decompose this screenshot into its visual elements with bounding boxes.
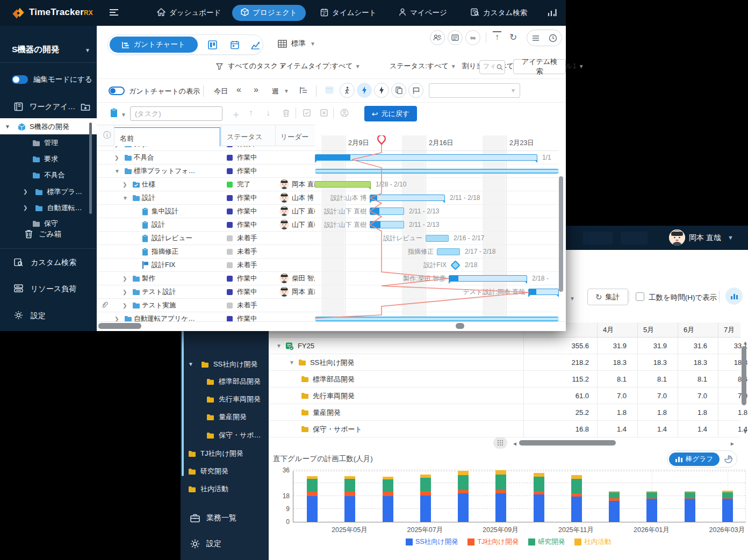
- assignee-icon[interactable]: [340, 109, 349, 117]
- link-button[interactable]: ∞: [465, 30, 480, 45]
- task-bar[interactable]: [528, 289, 559, 295]
- sidebar-item-0[interactable]: カスタム検索: [0, 255, 97, 271]
- copy-schedule-button[interactable]: [391, 83, 406, 98]
- resource-tree-item-1[interactable]: 標準部品開発: [206, 375, 261, 389]
- gantt-horizontal-scrollbar[interactable]: [456, 323, 464, 329]
- clock-icon[interactable]: [549, 34, 557, 42]
- undo-button[interactable]: ↩元に戻す: [364, 106, 417, 121]
- progress-line-button[interactable]: [357, 83, 372, 98]
- chevron-right-icon[interactable]: ❯: [114, 146, 119, 147]
- gantt-row[interactable]: 設計:山下 直樹2/11 - 2/13: [315, 205, 559, 218]
- list-menu-icon[interactable]: [532, 35, 540, 41]
- gantt-row[interactable]: 設計:山下 直樹2/11 - 2/13: [315, 218, 559, 232]
- nav-chart-button[interactable]: [547, 8, 557, 19]
- card-view-button[interactable]: [448, 30, 463, 45]
- chevron-right-icon[interactable]: ❯: [23, 200, 27, 216]
- resource-tree-item-2[interactable]: 先行車両開発: [206, 392, 261, 406]
- vertical-scrollbar[interactable]: [742, 346, 746, 405]
- task-bar[interactable]: [449, 275, 527, 282]
- delete-icon[interactable]: [283, 109, 290, 117]
- table-row[interactable]: ❯ 不具合 作業中: [97, 151, 315, 164]
- chevron-down-icon[interactable]: ▼: [121, 112, 126, 118]
- task-bar[interactable]: [437, 248, 460, 255]
- table-row[interactable]: 設計レビュー 未着手: [97, 232, 315, 245]
- chevron-down-icon[interactable]: ▼: [123, 195, 128, 201]
- task-bar[interactable]: [370, 221, 404, 228]
- sidebar-scrollbar[interactable]: [182, 331, 184, 476]
- horizontal-scrollbar[interactable]: [519, 440, 616, 446]
- filter-1[interactable]: アイテムタイプ:すべて▼: [279, 61, 361, 71]
- table-row[interactable]: ❯ 仕様 完了 岡本 直哉: [97, 178, 315, 191]
- outline-level-icon[interactable]: [300, 87, 308, 94]
- resource-tree-item-4[interactable]: 保守・サポ…: [206, 428, 261, 442]
- resource-grid-row[interactable]: ▼FY25 355.631.931.931.633.135.8: [269, 338, 740, 354]
- nav-item-0[interactable]: ダッシュボード: [157, 0, 221, 26]
- pie-chart-button[interactable]: [722, 453, 735, 466]
- stacked-bar[interactable]: [534, 473, 544, 522]
- gantt-row[interactable]: テスト設計:岡本 直哉: [315, 285, 559, 299]
- resource-sidebar-item-0[interactable]: 業務一覧: [190, 510, 236, 525]
- month-header-3[interactable]: 7月: [718, 322, 748, 338]
- stacked-bar[interactable]: [646, 491, 657, 522]
- status-column-header[interactable]: ステータス: [227, 132, 262, 142]
- chevron-right-icon[interactable]: ❯: [123, 289, 127, 295]
- sidebar-item-trash[interactable]: ごみ箱: [0, 226, 97, 242]
- chevron-down-icon[interactable]: ▼: [85, 47, 90, 53]
- resource-tree-item-5[interactable]: TJ社向け開発: [188, 447, 243, 461]
- table-row[interactable]: ❯ 製作 作業中 柴田 智彦: [97, 272, 315, 285]
- table-row[interactable]: ▼ 標準プラットフォ… 作業中: [97, 164, 315, 178]
- stacked-bar[interactable]: [722, 491, 733, 522]
- board-view-icon[interactable]: [208, 40, 217, 49]
- workitem-section[interactable]: ワークアイ…: [0, 99, 97, 115]
- summary-bar[interactable]: [315, 169, 559, 174]
- stacked-bar[interactable]: [458, 471, 469, 522]
- grid-horizontal-scrollbar[interactable]: [98, 323, 141, 329]
- leader-column-header[interactable]: リーダー: [280, 132, 309, 142]
- nav-item-4[interactable]: カスタム検索: [471, 0, 527, 26]
- gantt-chart[interactable]: 2月9日2月16日2月23日 1/11/28 - 2/10設計:山本 博2/11…: [315, 125, 559, 321]
- gantt-row[interactable]: 指摘修正2/17 - 2/18: [315, 245, 559, 259]
- chevron-down-icon[interactable]: ▼: [570, 296, 575, 301]
- task-type-icon[interactable]: [110, 108, 118, 118]
- scroll-left-arrow[interactable]: ◄: [512, 441, 517, 447]
- chevron-down-icon[interactable]: ▼: [188, 357, 193, 371]
- aggregate-button[interactable]: ↻ 集計: [587, 289, 628, 305]
- task-bar[interactable]: [315, 181, 371, 188]
- scroll-down-arrow[interactable]: ▼: [743, 429, 748, 435]
- chevron-right-icon[interactable]: ❯: [114, 316, 119, 322]
- gantt-row[interactable]: [315, 299, 559, 312]
- resource-tree-item-0[interactable]: ▼SS社向け開発: [188, 357, 258, 371]
- gantt-row[interactable]: 製作:柴田 智彦2/18 -: [315, 272, 559, 285]
- gantt-row[interactable]: 設計FIX2/18: [315, 259, 559, 272]
- item-search-button[interactable]: アイテム検索: [513, 59, 566, 74]
- chart-panel-button[interactable]: [725, 288, 743, 305]
- refresh-button[interactable]: ↻: [509, 32, 517, 43]
- table-row[interactable]: 集中設計 作業中 山下 直樹: [97, 205, 315, 218]
- gantt-row[interactable]: 1/1: [315, 151, 559, 164]
- menu-toggle-button[interactable]: [109, 9, 120, 17]
- baseline-select[interactable]: ▼: [429, 83, 520, 98]
- stacked-bar[interactable]: [344, 476, 355, 522]
- move-up-icon[interactable]: ↑: [249, 108, 253, 118]
- chevron-right-icon[interactable]: ❯: [23, 184, 27, 199]
- resource-grid-row[interactable]: ▼SS社向け開発 218.218.318.318.318.821.0: [269, 354, 740, 371]
- table-row[interactable]: ❯ 要求 作業中: [97, 146, 315, 151]
- chevron-down-icon[interactable]: ▼: [5, 119, 10, 135]
- stacked-bar[interactable]: [420, 475, 431, 522]
- gantt-row[interactable]: 1/28 - 2/10: [315, 178, 559, 191]
- resource-grid-row[interactable]: 保守・サポート 16.81.41.41.41.41.4: [269, 421, 740, 437]
- user-avatar[interactable]: [669, 229, 685, 246]
- resource-tree-item-3[interactable]: 量産開発: [206, 410, 247, 424]
- resource-tree-item-7[interactable]: 社内活動: [188, 482, 228, 496]
- legend-item[interactable]: 社内活動: [574, 537, 611, 547]
- stacked-bar[interactable]: [685, 491, 695, 522]
- nav-item-2[interactable]: タイムシート: [320, 0, 377, 26]
- prev-button[interactable]: «: [236, 85, 241, 95]
- month-header-2[interactable]: 6月: [678, 322, 718, 338]
- next-button[interactable]: »: [254, 85, 258, 95]
- legend-item[interactable]: SS社向け開発: [406, 537, 458, 547]
- user-name[interactable]: 岡本 直哉: [689, 226, 721, 250]
- chevron-down-icon[interactable]: ▼: [276, 338, 282, 354]
- sidebar-scrollbar[interactable]: [89, 123, 92, 214]
- month-header-0[interactable]: 4月: [597, 322, 637, 338]
